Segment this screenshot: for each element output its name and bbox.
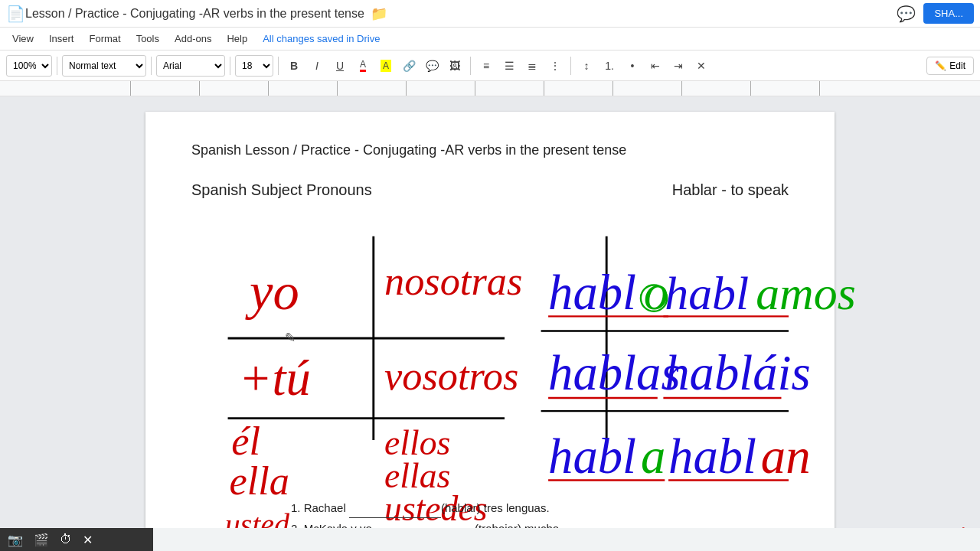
size-selector[interactable]: 181012141620 bbox=[235, 55, 273, 77]
svg-text:nosotras: nosotras bbox=[384, 259, 522, 303]
menu-help[interactable]: Help bbox=[220, 30, 253, 47]
underline-button[interactable]: U bbox=[329, 55, 351, 77]
menu-addons[interactable]: Add-ons bbox=[168, 30, 217, 47]
pencil-icon: ✏️ bbox=[935, 60, 946, 71]
style-selector[interactable]: Normal textHeading 1Heading 2 bbox=[62, 55, 146, 77]
ruler-content bbox=[130, 81, 850, 96]
svg-text:a: a bbox=[641, 429, 665, 484]
svg-text:vosotros: vosotros bbox=[384, 354, 518, 398]
document-title: Spanish Lesson / Practice - Conjugating … bbox=[191, 142, 789, 158]
handwriting-canvas: yo +tú él ella usted nosotras vosotros e… bbox=[191, 207, 789, 528]
comment-button[interactable]: 💬 bbox=[897, 5, 916, 23]
title-bar: 📄 Lesson / Practice - Conjugating -AR ve… bbox=[0, 0, 980, 28]
svg-text:an: an bbox=[761, 429, 811, 484]
exercise-1: 1. Rachael (hablar) tres lenguas. bbox=[291, 497, 567, 518]
section-headers: Spanish Subject Pronouns Hablar - to spe… bbox=[191, 181, 789, 199]
camera-icon[interactable]: 📷 bbox=[8, 533, 23, 547]
section1-title: Spanish Subject Pronouns bbox=[191, 181, 372, 199]
exercise-2: 2. McKayla y yo (trabajar) mucho. bbox=[291, 518, 567, 528]
svg-text:yo: yo bbox=[245, 262, 299, 321]
svg-text:ella: ella bbox=[229, 458, 289, 503]
separator3 bbox=[230, 57, 230, 75]
document-title: Lesson / Practice - Conjugating -AR verb… bbox=[25, 7, 364, 21]
handwriting-svg: yo +tú él ella usted nosotras vosotros e… bbox=[191, 207, 789, 528]
edit-label: Edit bbox=[949, 60, 965, 71]
svg-text:amos: amos bbox=[756, 267, 856, 319]
title-actions: 💬 SHA... bbox=[897, 3, 974, 24]
link-button[interactable]: 🔗 bbox=[398, 55, 420, 77]
separator5 bbox=[470, 57, 471, 75]
align-center-button[interactable]: ☰ bbox=[498, 55, 520, 77]
svg-text:él: él bbox=[231, 419, 260, 463]
separator4 bbox=[278, 57, 279, 75]
exercises-section: 1. Rachael (hablar) tres lenguas. 2. McK… bbox=[291, 497, 567, 528]
font-selector[interactable]: ArialTimes New Roman bbox=[156, 55, 225, 77]
ruler bbox=[0, 81, 980, 96]
comment-toolbar-button[interactable]: 💬 bbox=[421, 55, 443, 77]
justify-button[interactable]: ⋮ bbox=[544, 55, 566, 77]
clock-icon[interactable]: ⏱ bbox=[60, 533, 72, 546]
close-icon[interactable]: ✕ bbox=[83, 533, 93, 547]
saved-status: All changes saved in Drive bbox=[263, 33, 380, 44]
highlight-button[interactable]: A bbox=[375, 55, 397, 77]
numbered-list-button[interactable]: 1. bbox=[599, 55, 620, 77]
svg-text:hablas: hablas bbox=[548, 345, 680, 400]
doc-icon: 📄 bbox=[6, 5, 25, 23]
video-icon[interactable]: 🎬 bbox=[34, 533, 49, 547]
menu-format[interactable]: Format bbox=[83, 30, 126, 47]
document-area[interactable]: Spanish Lesson / Practice - Conjugating … bbox=[0, 96, 980, 528]
separator2 bbox=[151, 57, 152, 75]
svg-text:+tú: +tú bbox=[239, 350, 311, 406]
separator6 bbox=[570, 57, 571, 75]
menu-bar: View Insert Format Tools Add-ons Help Al… bbox=[0, 28, 980, 51]
indent-decrease-button[interactable]: ⇤ bbox=[645, 55, 666, 77]
clear-formatting-button[interactable]: ✕ bbox=[691, 55, 712, 77]
align-right-button[interactable]: ≣ bbox=[521, 55, 543, 77]
image-button[interactable]: 🖼 bbox=[444, 55, 466, 77]
svg-text:habláis: habláis bbox=[665, 345, 810, 400]
italic-button[interactable]: I bbox=[306, 55, 328, 77]
line-spacing-button[interactable]: ↕ bbox=[576, 55, 597, 77]
svg-text:habl: habl bbox=[548, 265, 636, 320]
separator bbox=[57, 57, 57, 75]
text-color-button[interactable]: A bbox=[352, 55, 374, 77]
svg-text:habl: habl bbox=[548, 429, 636, 484]
bottom-bar: 📷 🎬 ⏱ ✕ bbox=[0, 528, 153, 551]
share-button[interactable]: SHA... bbox=[923, 3, 974, 24]
svg-text:usted: usted bbox=[225, 507, 290, 528]
edit-button[interactable]: ✏️ Edit bbox=[926, 57, 974, 75]
svg-text:habl: habl bbox=[665, 267, 749, 319]
menu-view[interactable]: View bbox=[6, 30, 40, 47]
bulleted-list-button[interactable]: • bbox=[622, 55, 643, 77]
indent-increase-button[interactable]: ⇥ bbox=[668, 55, 689, 77]
toolbar: 100%75%125% Normal textHeading 1Heading … bbox=[0, 51, 980, 81]
menu-tools[interactable]: Tools bbox=[130, 30, 165, 47]
bold-button[interactable]: B bbox=[283, 55, 305, 77]
align-left-button[interactable]: ≡ bbox=[475, 55, 497, 77]
section2-title: Hablar - to speak bbox=[672, 181, 789, 199]
folder-icon[interactable]: 📁 bbox=[371, 5, 387, 22]
document-page: Spanish Lesson / Practice - Conjugating … bbox=[145, 112, 835, 528]
svg-text:✎: ✎ bbox=[285, 331, 296, 345]
menu-insert[interactable]: Insert bbox=[43, 30, 80, 47]
zoom-selector[interactable]: 100%75%125% bbox=[6, 55, 52, 77]
svg-text:habl: habl bbox=[668, 429, 756, 484]
